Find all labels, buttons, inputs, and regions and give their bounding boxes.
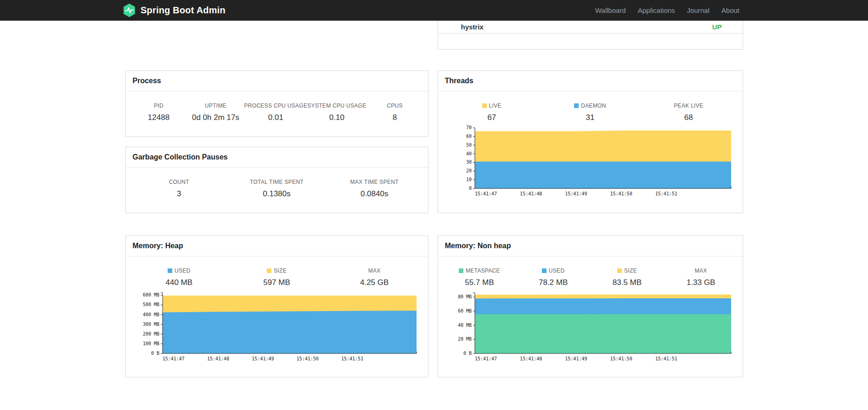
navbar-container: Spring Boot Admin Wallboard Applications… [123,0,745,21]
nav-applications[interactable]: Applications [632,0,681,21]
nonheap-size-swatch-icon [617,268,622,273]
svg-text:20: 20 [466,168,471,173]
applications-status-panel: hystrix UP [438,21,743,50]
svg-text:500 MB: 500 MB [142,302,159,307]
memory-heap-title: Memory: Heap [126,236,428,256]
svg-text:15:41:50: 15:41:50 [296,356,318,361]
nonheap-used-swatch-icon [542,268,547,273]
threads-legend: LIVE 67 DAEMON 31 PEAK LIVE 68 [438,91,743,122]
svg-text:40 MB: 40 MB [457,323,471,328]
brand-link[interactable]: Spring Boot Admin [123,3,225,17]
heap-used-swatch-icon [168,268,172,273]
gc-panel-title: Garbage Collection Pauses [126,147,428,168]
svg-text:15:41:48: 15:41:48 [520,191,542,196]
legend-nonheap-max: MAX 1.33 GB [664,268,738,287]
svg-text:100 MB: 100 MB [142,341,159,346]
legend-heap-max: MAX 4.25 GB [326,268,423,287]
legend-metaspace: METASPACE 55.7 MB [443,268,517,287]
application-status-badge: UP [712,23,722,31]
svg-text:60 MB: 60 MB [457,308,471,313]
left-column: Process PID 12488 UPTIME 0d 0h 2m 17s PR… [125,70,428,213]
svg-text:10: 10 [466,177,471,182]
svg-text:15:41:49: 15:41:49 [252,356,274,361]
application-name: hystrix [461,23,484,31]
stat-uptime: UPTIME 0d 0h 2m 17s [187,102,244,122]
middle-row: Process PID 12488 UPTIME 0d 0h 2m 17s PR… [125,70,743,213]
svg-text:15:41:48: 15:41:48 [207,356,229,361]
svg-text:20 MB: 20 MB [457,336,471,342]
navbar: Spring Boot Admin Wallboard Applications… [0,0,868,21]
right-column: Threads LIVE 67 DAEMON 31 PEAK LIVE 68 [438,70,743,213]
legend-live: LIVE 67 [443,102,541,122]
nonheap-legend: METASPACE 55.7 MB USED 78.2 MB SIZE 83.5… [438,256,743,287]
nav-wallboard[interactable]: Wallboard [589,0,632,21]
svg-text:15:41:50: 15:41:50 [610,356,632,361]
nav-journal[interactable]: Journal [681,0,716,21]
stat-gc-max-time: MAX TIME SPENT 0.0840s [326,179,423,199]
svg-text:70: 70 [466,125,471,130]
legend-nonheap-size: SIZE 83.5 MB [590,268,664,287]
top-row: hystrix UP [125,21,743,50]
threads-panel: Threads LIVE 67 DAEMON 31 PEAK LIVE 68 [438,70,743,213]
svg-text:15:41:51: 15:41:51 [655,191,677,196]
threads-chart: 01020304050607015:41:4715:41:4815:41:491… [445,125,736,200]
nav-links: Wallboard Applications Journal About [589,0,745,21]
legend-peak-live: PEAK LIVE 68 [639,102,738,122]
legend-daemon: DAEMON 31 [541,102,639,122]
svg-text:15:41:47: 15:41:47 [162,356,184,361]
stat-gc-total-time: TOTAL TIME SPENT 0.1380s [228,179,326,199]
gc-panel: Garbage Collection Pauses COUNT 3 TOTAL … [125,147,428,213]
svg-text:15:41:47: 15:41:47 [474,356,496,361]
bottom-row: Memory: Heap USED 440 MB SIZE 597 MB MAX… [125,235,743,377]
spring-boot-admin-logo-icon [123,3,136,17]
svg-text:0 B: 0 B [463,351,471,356]
svg-text:300 MB: 300 MB [142,322,159,327]
svg-text:60: 60 [466,134,471,139]
stat-system-cpu-usage: SYSTEM CPU USAGE 0.10 [307,102,366,122]
memory-nonheap-panel: Memory: Non heap METASPACE 55.7 MB USED … [438,235,743,377]
svg-text:15:41:50: 15:41:50 [610,191,632,196]
svg-text:400 MB: 400 MB [142,312,159,317]
svg-text:15:41:48: 15:41:48 [520,356,542,361]
main-content: hystrix UP Process PID 12488 UPTIME 0d 0… [125,21,743,377]
threads-panel-title: Threads [438,71,743,91]
gc-stats: COUNT 3 TOTAL TIME SPENT 0.1380s MAX TIM… [126,168,428,199]
heap-size-swatch-icon [267,268,271,273]
brand-title: Spring Boot Admin [141,5,225,16]
memory-heap-chart: 0 B100 MB200 MB300 MB400 MB500 MB600 MB1… [133,290,421,365]
legend-heap-used: USED 440 MB [130,268,228,287]
svg-text:15:41:47: 15:41:47 [474,191,496,196]
stat-pid: PID 12488 [130,102,187,122]
svg-text:0: 0 [468,186,471,191]
process-stats: PID 12488 UPTIME 0d 0h 2m 17s PROCESS CP… [126,91,428,122]
legend-nonheap-used: USED 78.2 MB [516,268,590,287]
svg-text:0 B: 0 B [151,351,159,356]
svg-text:80 MB: 80 MB [457,294,471,299]
legend-heap-size: SIZE 597 MB [228,268,326,287]
svg-text:15:41:49: 15:41:49 [565,191,587,196]
application-row-hystrix[interactable]: hystrix UP [438,21,743,34]
process-panel-title: Process [126,71,428,91]
svg-text:50: 50 [466,142,471,148]
svg-text:30: 30 [466,159,471,165]
svg-text:15:41:51: 15:41:51 [341,356,363,361]
stat-process-cpu-usage: PROCESS CPU USAGE 0.01 [244,102,308,122]
live-swatch-icon [482,103,487,108]
daemon-swatch-icon [574,103,579,108]
process-panel: Process PID 12488 UPTIME 0d 0h 2m 17s PR… [125,70,428,137]
svg-text:200 MB: 200 MB [142,331,159,336]
stat-gc-count: COUNT 3 [130,179,228,199]
heap-legend: USED 440 MB SIZE 597 MB MAX 4.25 GB [126,256,428,287]
memory-heap-panel: Memory: Heap USED 440 MB SIZE 597 MB MAX… [125,235,428,377]
svg-text:15:41:49: 15:41:49 [565,356,587,361]
nav-about[interactable]: About [716,0,745,21]
stat-cpus: CPUS 8 [366,102,423,122]
svg-text:40: 40 [466,151,471,156]
memory-nonheap-chart: 0 B20 MB40 MB60 MB80 MB15:41:4715:41:481… [445,290,736,365]
memory-nonheap-title: Memory: Non heap [438,236,743,256]
svg-text:15:41:51: 15:41:51 [655,356,677,361]
svg-text:600 MB: 600 MB [142,292,159,297]
metaspace-swatch-icon [459,268,463,273]
